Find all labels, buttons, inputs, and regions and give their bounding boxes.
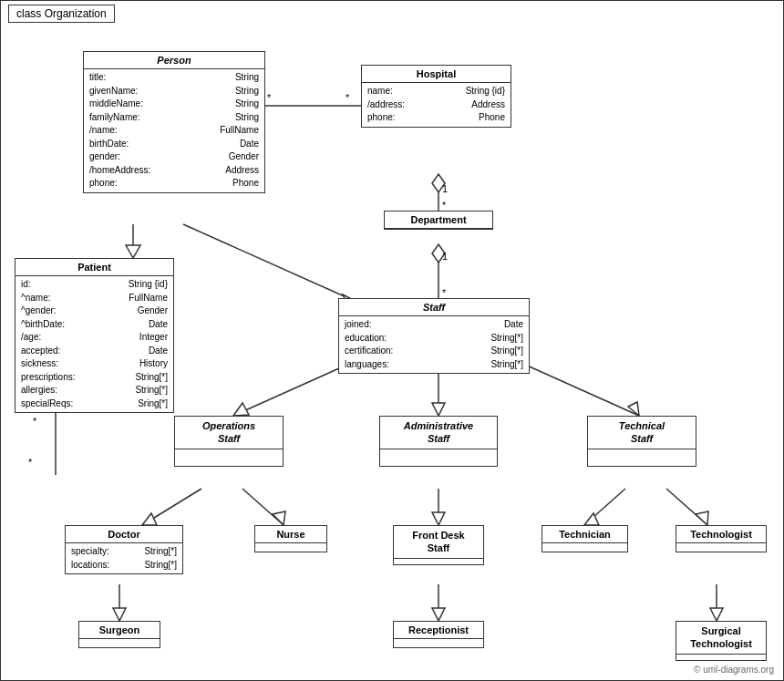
admin-staff-class: AdministrativeStaff (379, 416, 498, 467)
svg-text:*: * (28, 457, 33, 468)
svg-marker-22 (628, 402, 639, 416)
svg-line-29 (584, 489, 625, 525)
receptionist-class: Receptionist (393, 621, 484, 648)
person-attrs: title:String givenName:String middleName… (84, 69, 264, 192)
svg-marker-4 (432, 174, 445, 192)
staff-class: Staff joined:Date education:String[*] ce… (338, 298, 530, 374)
receptionist-title: Receptionist (394, 622, 483, 639)
technologist-title: Technologist (676, 526, 766, 543)
svg-marker-24 (142, 513, 157, 525)
staff-attrs: joined:Date education:String[*] certific… (339, 316, 529, 373)
svg-marker-28 (432, 512, 445, 525)
technician-class: Technician (542, 525, 628, 552)
svg-line-13 (183, 224, 356, 302)
nurse-class: Nurse (254, 525, 327, 552)
doctor-title: Doctor (66, 526, 182, 543)
front-desk-title: Front DeskStaff (394, 526, 483, 559)
svg-marker-18 (233, 403, 249, 416)
svg-marker-20 (432, 403, 445, 416)
svg-marker-8 (432, 244, 445, 263)
hospital-attrs: name:String {id} /address:Address phone:… (362, 83, 511, 127)
nurse-title: Nurse (255, 526, 326, 543)
svg-text:1: 1 (442, 251, 448, 262)
svg-line-25 (242, 489, 284, 525)
doctor-class: Doctor specialty:String[*] locations:Str… (65, 525, 183, 574)
svg-marker-38 (710, 608, 723, 621)
patient-title: Patient (15, 259, 173, 276)
department-class: Department (384, 211, 493, 230)
technical-staff-class: TechnicalStaff (587, 416, 696, 467)
person-title: Person (84, 52, 264, 69)
surgical-technologist-title: SurgicalTechnologist (676, 622, 766, 655)
technologist-class: Technologist (676, 525, 767, 552)
department-title: Department (385, 212, 492, 229)
person-class: Person title:String givenName:String mid… (83, 51, 265, 193)
surgical-technologist-class: SurgicalTechnologist (676, 621, 767, 661)
svg-line-23 (142, 489, 201, 525)
admin-staff-title: AdministrativeStaff (380, 417, 497, 449)
diagram-container: class Organization * * 1 * 1 * * (0, 0, 784, 681)
svg-text:*: * (33, 416, 37, 427)
svg-text:1: 1 (442, 183, 448, 194)
surgeon-class: Surgeon (78, 621, 160, 648)
svg-text:*: * (442, 287, 447, 298)
doctor-attrs: specialty:String[*] locations:String[*] (66, 543, 182, 573)
svg-marker-32 (696, 511, 708, 525)
staff-title: Staff (339, 299, 529, 316)
operations-staff-class: OperationsStaff (174, 416, 284, 467)
hospital-class: Hospital name:String {id} /address:Addre… (361, 65, 511, 128)
surgeon-title: Surgeon (79, 622, 160, 639)
operations-staff-title: OperationsStaff (175, 417, 283, 449)
svg-marker-12 (126, 245, 140, 258)
patient-class: Patient id:String {id} ^name:FullName ^g… (15, 258, 174, 413)
copyright: © uml-diagrams.org (694, 665, 774, 675)
svg-marker-26 (273, 511, 285, 525)
patient-attrs: id:String {id} ^name:FullName ^gender:Ge… (15, 276, 173, 412)
svg-marker-34 (113, 608, 126, 621)
svg-text:*: * (442, 200, 447, 211)
hospital-title: Hospital (362, 66, 511, 83)
svg-marker-36 (432, 608, 445, 621)
svg-text:*: * (346, 92, 350, 103)
diagram-title: class Organization (8, 5, 115, 23)
svg-text:*: * (267, 92, 272, 103)
technical-staff-title: TechnicalStaff (588, 417, 696, 449)
technician-title: Technician (542, 526, 627, 543)
svg-line-31 (666, 489, 707, 525)
svg-marker-30 (584, 513, 599, 525)
front-desk-class: Front DeskStaff (393, 525, 484, 565)
